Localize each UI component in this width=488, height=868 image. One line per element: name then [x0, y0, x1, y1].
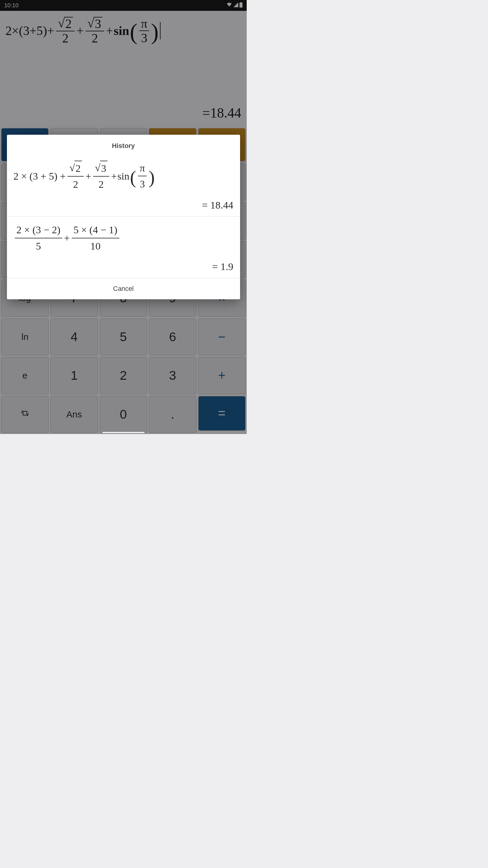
hist-sin: sin — [118, 169, 130, 184]
history-expression: 2 × (3 + 5) + √2 2 + √3 2 + sin ( π — [13, 161, 155, 192]
history-item[interactable]: 2 × (3 − 2) 5 + 5 × (4 − 1) 10 = 1.9 — [7, 217, 240, 278]
history-dialog: History 2 × (3 + 5) + √2 2 + √3 2 + sin — [7, 135, 240, 299]
hist-num: 2 × (3 − 2) — [15, 223, 62, 239]
hist-sqrt: 3 — [100, 161, 107, 176]
hist-plus: + — [86, 169, 91, 184]
hist-den: 2 — [97, 177, 105, 192]
hist-rparen: ) — [149, 171, 155, 184]
hist-den: 10 — [89, 239, 102, 253]
hist-sqrt: 2 — [74, 161, 82, 176]
cancel-button[interactable]: Cancel — [7, 278, 240, 299]
history-result: = 18.44 — [13, 199, 233, 211]
hist-den: 3 — [138, 176, 147, 191]
hist-den: 2 — [71, 177, 80, 192]
history-result: = 1.9 — [13, 261, 233, 273]
dialog-title: History — [7, 135, 240, 155]
history-expression: 2 × (3 − 2) 5 + 5 × (4 − 1) 10 — [13, 223, 121, 253]
hist-text: 2 × (3 + 5) + — [13, 169, 66, 184]
nav-handle[interactable] — [102, 432, 144, 433]
modal-overlay[interactable]: History 2 × (3 + 5) + √2 2 + √3 2 + sin — [0, 0, 247, 434]
hist-pi: π — [138, 161, 147, 177]
hist-plus: + — [64, 231, 70, 245]
hist-plus: + — [111, 169, 117, 184]
history-item[interactable]: 2 × (3 + 5) + √2 2 + √3 2 + sin ( π — [7, 155, 240, 217]
hist-num: 5 × (4 − 1) — [72, 223, 119, 239]
hist-den: 5 — [34, 239, 43, 253]
history-list: 2 × (3 + 5) + √2 2 + √3 2 + sin ( π — [7, 155, 240, 278]
hist-lparen: ( — [130, 171, 136, 184]
